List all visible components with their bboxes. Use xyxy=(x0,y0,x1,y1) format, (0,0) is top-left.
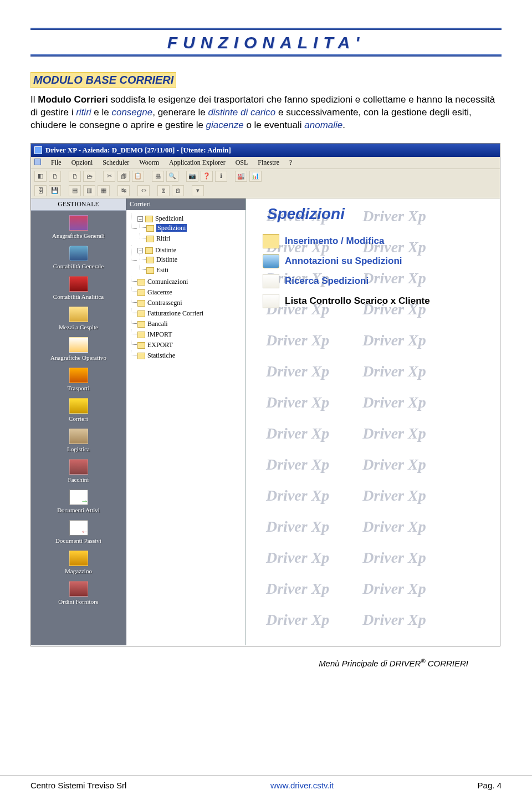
book-icon xyxy=(69,276,88,292)
form-icon xyxy=(263,234,279,248)
tb-btn[interactable]: ◧ xyxy=(34,171,47,182)
tree-node-distinte-child[interactable]: Distinte xyxy=(146,254,243,265)
menubar: File Opzioni Scheduler Woorm Application… xyxy=(31,157,500,169)
tree-node-bancali[interactable]: Bancali xyxy=(137,319,243,329)
tree-node-ritiri[interactable]: Ritiri xyxy=(146,233,243,244)
tb-btn[interactable]: 🖶 xyxy=(152,171,164,182)
tree-node-contrassegni[interactable]: Contrassegni xyxy=(137,298,243,308)
folder-icon xyxy=(137,300,145,307)
window-title: Driver XP - Azienda: D_DEMO [27/11/08] -… xyxy=(45,146,231,155)
users-icon xyxy=(69,215,88,231)
tb-btn[interactable]: 📊 xyxy=(249,171,262,182)
footer-url: www.driver.cstv.it xyxy=(270,781,334,790)
toolbars: ◧ 🗋 🗋 🗁 ✂ 🗐 📋 🖶 🔍 📷 ❓ ℹ 🏭 📊 xyxy=(31,169,500,198)
menu-scheduler[interactable]: Scheduler xyxy=(103,159,129,167)
tree-node-fatturazione[interactable]: Fatturazione Corrieri xyxy=(137,308,243,319)
tb-btn[interactable]: ▾ xyxy=(192,185,204,196)
tb-btn[interactable]: ▥ xyxy=(83,185,95,196)
menu-osl[interactable]: OSL xyxy=(236,159,248,167)
link-lista-controllo[interactable]: Lista Controllo Scarico x Cliente xyxy=(263,294,494,308)
truck-icon xyxy=(69,368,88,383)
tb-btn[interactable]: ❓ xyxy=(201,171,213,182)
sidebar-item-corrieri[interactable]: Corrieri xyxy=(31,394,126,424)
top-rule xyxy=(30,28,502,30)
sidebar-item-anagrafiche-generali[interactable]: Anagrafiche Generali xyxy=(31,211,126,241)
sidebar-head: GESTIONALE xyxy=(31,198,126,211)
figure-caption: Menù Principale di DRIVER® CORRIERI xyxy=(30,658,502,668)
link-annotazioni[interactable]: Annotazioni su Spedizioni xyxy=(263,254,494,268)
tb-btn[interactable]: ↹ xyxy=(117,185,130,196)
sidebar-item-ordini-fornitore[interactable]: Ordini Fornitore xyxy=(31,577,126,607)
folder-icon xyxy=(146,267,154,274)
collapse-icon[interactable]: – xyxy=(137,216,143,222)
tb-btn[interactable]: 📋 xyxy=(132,171,144,182)
sidebar-item-trasporti[interactable]: Trasporti xyxy=(31,363,126,394)
folder-icon xyxy=(145,216,153,222)
forklift-icon xyxy=(69,551,88,566)
tb-btn[interactable]: 🗋 xyxy=(49,171,61,182)
box-icon xyxy=(69,429,88,444)
sidebar-item-logistica[interactable]: Logistica xyxy=(31,424,126,455)
tb-btn[interactable]: 🗓 xyxy=(172,185,184,196)
tb-btn[interactable]: ⇔ xyxy=(137,185,150,196)
collapse-icon[interactable]: – xyxy=(137,248,143,253)
main-title: Spedizioni xyxy=(252,205,494,223)
folder-icon xyxy=(145,247,153,254)
tree-node-giacenze[interactable]: Giacenze xyxy=(137,287,243,298)
tree-title: Corrieri xyxy=(126,198,245,210)
tb-btn[interactable]: 🔍 xyxy=(166,171,178,182)
footer-page: Pag. 4 xyxy=(478,781,502,790)
order-icon xyxy=(69,581,88,597)
tree-node-spedizioni[interactable]: –Spedizioni Spedizioni Ritiri xyxy=(137,213,243,245)
menu-help[interactable]: ? xyxy=(289,159,292,167)
database-icon xyxy=(69,246,88,261)
link-inserimento-modifica[interactable]: Inserimento / Modifica xyxy=(263,234,494,248)
tb-btn[interactable]: ▦ xyxy=(98,185,110,196)
intro-paragraph: Il Modulo Corrieri soddisfa le esigenze … xyxy=(30,94,502,132)
link-ricerca[interactable]: Ricerca Spedizioni xyxy=(263,274,494,288)
sidebar-item-facchini[interactable]: Facchini xyxy=(31,455,126,485)
sidebar-item-anagrafiche-operativo[interactable]: Anagrafiche Operativo xyxy=(31,333,126,363)
menu-finestre[interactable]: Finestre xyxy=(258,159,279,167)
tree-node-comunicazioni[interactable]: Comunicazioni xyxy=(137,277,243,287)
app-screenshot: Driver XP - Azienda: D_DEMO [27/11/08] -… xyxy=(30,143,500,646)
menu-file[interactable]: File xyxy=(51,159,62,167)
sidebar-item-documenti-passivi[interactable]: Documenti Passivi xyxy=(31,516,126,546)
section-heading: MODULO BASE CORRIERI xyxy=(30,72,176,88)
tb-btn[interactable]: 🗄 xyxy=(34,185,47,196)
tb-btn[interactable]: ℹ xyxy=(215,171,227,182)
folder-icon xyxy=(146,236,154,242)
tree-node-export[interactable]: EXPORT xyxy=(137,340,243,350)
footer-left: Centro Sistemi Treviso Srl xyxy=(30,781,126,790)
tree-node-spedizioni-sel[interactable]: Spedizioni xyxy=(146,223,243,233)
main-pane: Driver XpDriver Xp Driver XpDriver Xp Dr… xyxy=(246,198,500,645)
note-icon xyxy=(263,294,279,308)
tb-btn[interactable]: 🏭 xyxy=(235,171,247,182)
tb-btn[interactable]: 🗐 xyxy=(117,171,130,182)
tb-btn[interactable]: ✂ xyxy=(103,171,115,182)
tb-btn[interactable]: 🗋 xyxy=(69,171,81,182)
menu-app-explorer[interactable]: Application Explorer xyxy=(169,159,226,167)
folder-icon xyxy=(137,342,145,349)
folder-icon xyxy=(137,332,145,338)
mdi-control-icon[interactable] xyxy=(34,159,41,165)
menu-opzioni[interactable]: Opzioni xyxy=(71,159,93,167)
sidebar-item-contabilita-generale[interactable]: Contabilità Generale xyxy=(31,241,126,272)
tree-node-statistiche[interactable]: Statistiche xyxy=(137,350,243,361)
app-icon xyxy=(34,146,42,154)
tb-btn[interactable]: 💾 xyxy=(49,185,61,196)
tb-btn[interactable]: 📷 xyxy=(186,171,198,182)
tb-btn[interactable]: ▤ xyxy=(69,185,81,196)
tb-btn[interactable]: 🗓 xyxy=(157,185,170,196)
tree-node-esiti[interactable]: Esiti xyxy=(146,265,243,276)
folder-icon xyxy=(137,353,145,359)
tree-panel: Corrieri –Spedizioni Spedizioni Ritiri –… xyxy=(126,198,246,645)
sidebar-item-contabilita-analitica[interactable]: Contabilità Analitica xyxy=(31,272,126,302)
menu-woorm[interactable]: Woorm xyxy=(139,159,159,167)
sidebar-item-documenti-attivi[interactable]: Documenti Attivi xyxy=(31,485,126,516)
sidebar-item-mezzi-cespite[interactable]: Mezzi a Cespite xyxy=(31,302,126,333)
tree-node-import[interactable]: IMPORT xyxy=(137,329,243,340)
tree-node-distinte[interactable]: –Distinte Distinte Esiti xyxy=(137,245,243,277)
sidebar-item-magazzino[interactable]: Magazzino xyxy=(31,546,126,577)
tb-btn[interactable]: 🗁 xyxy=(83,171,95,182)
